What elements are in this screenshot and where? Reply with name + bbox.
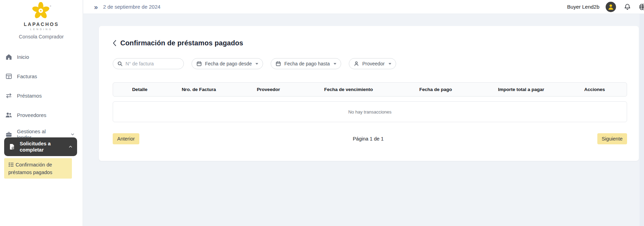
- sidebar-nav: Inicio Facturas Préstamos Proveedores Ge…: [0, 47, 83, 144]
- pagination-bar: Anterior Página 1 de 1 Siguiente: [113, 133, 627, 144]
- sidebar-group-solicitudes[interactable]: Solicitudes a completar: [4, 137, 77, 156]
- sidebar-item-facturas[interactable]: Facturas: [0, 66, 83, 86]
- search-icon: [117, 61, 123, 66]
- sidebar-item-prestamos[interactable]: Préstamos: [0, 86, 83, 105]
- svg-text:®: ®: [50, 5, 51, 7]
- column-header-nro-factura: Nro. de Factura: [167, 87, 231, 92]
- column-header-fecha-pago: Fecha de pago: [391, 87, 480, 92]
- next-page-button[interactable]: Siguiente: [597, 133, 627, 144]
- brand-logo: ® LAPACHOS LENDING Consola Comprador: [0, 0, 83, 39]
- brand-name: LAPACHOS: [0, 21, 83, 27]
- username: Buyer Lend2b: [567, 4, 599, 10]
- page-indicator: Página 1 de 1: [139, 136, 597, 142]
- page-title: Confirmación de préstamos pagados: [120, 39, 243, 47]
- sidebar-item-label: Proveedores: [17, 112, 46, 118]
- document-check-icon: [9, 143, 16, 150]
- caret-down-icon: [334, 63, 336, 65]
- column-header-fecha-vencimiento: Fecha de vencimiento: [306, 87, 391, 92]
- sidebar-item-inicio[interactable]: Inicio: [0, 47, 83, 66]
- chevron-up-icon: [68, 144, 73, 149]
- caret-down-icon: [255, 63, 258, 65]
- column-header-proveedor: Proveedor: [231, 87, 306, 92]
- swap-arrows-icon: [5, 92, 12, 99]
- user-avatar[interactable]: [606, 2, 616, 12]
- invoices-table-icon: [5, 72, 12, 80]
- calendar-icon: [196, 61, 202, 66]
- empty-state-message: No hay transacciones: [348, 109, 391, 115]
- sidebar-subitem-confirmacion[interactable]: Confirmación de préstamos pagados: [4, 158, 72, 179]
- table-header-row: Detalle Nro. de Factura Proveedor Fecha …: [113, 82, 627, 97]
- sidebar: ® LAPACHOS LENDING Consola Comprador Ini…: [0, 0, 83, 226]
- column-header-importe-total: Importe total a pagar: [480, 87, 562, 92]
- notifications-bell-icon[interactable]: [624, 3, 631, 11]
- filter-bar: Fecha de pago desde Fecha de pago hasta …: [113, 58, 396, 69]
- briefcase-icon: [5, 130, 12, 138]
- date-to-filter-label: Fecha de pago hasta: [284, 61, 330, 66]
- empty-state-row: No hay transacciones: [113, 101, 627, 122]
- sidebar-group-label: Solicitudes a completar: [20, 141, 64, 153]
- language-globe-icon[interactable]: [638, 2, 644, 11]
- previous-page-button[interactable]: Anterior: [113, 133, 139, 144]
- topbar: » 2 de septiembre de 2024 Buyer Lend2b: [83, 0, 644, 14]
- date-from-filter-button[interactable]: Fecha de pago desde: [192, 58, 263, 69]
- column-header-detalle: Detalle: [113, 87, 167, 92]
- content-card: Confirmación de préstamos pagados Fecha …: [99, 26, 639, 161]
- back-chevron-icon[interactable]: [113, 40, 116, 46]
- sidebar-item-label: Inicio: [17, 54, 29, 60]
- sidebar-subitem-label: Confirmación de préstamos pagados: [8, 162, 52, 175]
- person-icon: [354, 61, 359, 66]
- sidebar-item-proveedores[interactable]: Proveedores: [0, 105, 83, 125]
- caret-down-icon: [389, 63, 391, 65]
- avatar-person-icon: [606, 2, 616, 12]
- checklist-icon: [8, 162, 14, 169]
- provider-filter-label: Proveedor: [362, 61, 385, 66]
- home-icon: [5, 53, 12, 61]
- invoice-search-field[interactable]: [113, 58, 184, 69]
- date-to-filter-button[interactable]: Fecha de pago hasta: [271, 58, 341, 69]
- date-from-filter-label: Fecha de pago desde: [205, 61, 252, 66]
- chevron-down-icon: [70, 132, 75, 137]
- invoice-search-input[interactable]: [125, 61, 174, 66]
- calendar-icon: [276, 61, 281, 66]
- vertical-scrollbar[interactable]: [640, 14, 644, 226]
- provider-filter-button[interactable]: Proveedor: [349, 58, 396, 69]
- console-label: Consola Comprador: [0, 34, 83, 39]
- users-icon: [5, 111, 12, 119]
- current-date: 2 de septiembre de 2024: [103, 4, 160, 10]
- sidebar-item-label: Préstamos: [17, 93, 42, 99]
- sidebar-item-label: Facturas: [17, 73, 37, 79]
- brand-subtitle: LENDING: [0, 28, 83, 31]
- lapachos-flower-icon: ®: [31, 2, 52, 19]
- sidebar-collapse-icon[interactable]: »: [94, 3, 98, 10]
- column-header-acciones: Acciones: [562, 87, 627, 92]
